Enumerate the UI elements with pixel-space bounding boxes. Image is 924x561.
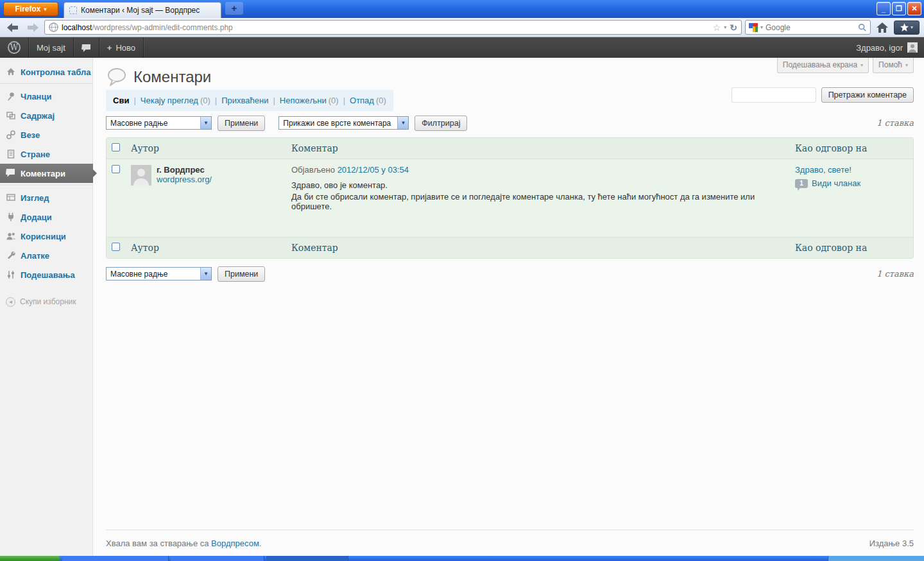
- taskbar-button[interactable]: [171, 556, 264, 561]
- comment-date-link[interactable]: 2012/12/05 у 03:54: [338, 165, 409, 175]
- home-button[interactable]: [874, 20, 891, 35]
- filter-pending[interactable]: Чекају преглед(0): [141, 96, 210, 105]
- comment-row: г. Вордпрес wordpress.org/ Објављено 201…: [107, 159, 913, 237]
- url-dropdown-caret-icon[interactable]: ▾: [724, 24, 726, 30]
- avatar-icon: [907, 42, 918, 53]
- column-author[interactable]: Аутор: [126, 237, 286, 258]
- comment-search-input[interactable]: [732, 87, 816, 103]
- column-author[interactable]: Аутор: [126, 138, 286, 159]
- sidebar-item-label: Корисници: [21, 232, 66, 241]
- posts-pin-icon: [6, 91, 16, 101]
- comment-avatar: [131, 165, 151, 186]
- comments-screen-icon: [106, 67, 128, 87]
- adminbar-new[interactable]: + Ново: [99, 37, 144, 58]
- filter-all[interactable]: Сви: [113, 96, 129, 105]
- help-label: Помоћ: [878, 60, 902, 69]
- adminbar-site-name[interactable]: Moj sajt: [29, 37, 74, 58]
- url-bar[interactable]: localhost/wordpress/wp-admin/edit-commen…: [44, 20, 742, 35]
- filter-button[interactable]: Филтрирај: [415, 116, 467, 131]
- sidebar-item-posts[interactable]: Чланци: [0, 87, 92, 106]
- filter-trash[interactable]: Отпад(0): [350, 96, 386, 105]
- in-reply-to-post-link[interactable]: Здраво, свете!: [795, 165, 851, 175]
- taskbar-button-active[interactable]: [266, 556, 348, 561]
- wp-logo-menu[interactable]: W: [0, 37, 29, 58]
- select-all-checkbox[interactable]: [112, 243, 120, 251]
- sidebar-item-plugins[interactable]: Додаци: [0, 207, 92, 227]
- plugins-icon: [6, 212, 16, 222]
- collapse-menu-label: Скупи изборник: [20, 297, 76, 306]
- comment-text-line: Здраво, ово је коментар.: [291, 180, 785, 190]
- browser-tab[interactable]: Коментари ‹ Moj sajt — Вордпрес: [64, 2, 221, 18]
- screen-options-button[interactable]: Подешавања екрана ▾: [777, 58, 869, 73]
- forward-button[interactable]: [24, 20, 41, 35]
- search-input[interactable]: [766, 23, 855, 32]
- wp-sidebar-menu: Контролна табла Чланци Садржај Везе Стра…: [0, 58, 93, 556]
- collapse-menu-button[interactable]: ◄ Скупи изборник: [0, 292, 92, 311]
- sidebar-item-label: Подешавања: [21, 270, 75, 280]
- comment-author: г. Вордпрес: [157, 165, 212, 175]
- start-button[interactable]: [0, 556, 60, 561]
- search-engine-caret-icon[interactable]: ▾: [760, 24, 763, 30]
- help-button[interactable]: Помоћ ▾: [873, 58, 914, 73]
- bookmark-star-icon[interactable]: ☆: [713, 23, 721, 32]
- column-in-reply-to[interactable]: Као одговор на: [790, 237, 913, 258]
- site-name-label: Moj sajt: [37, 43, 65, 53]
- sidebar-item-dashboard[interactable]: Контролна табла: [0, 62, 92, 82]
- magnifier-icon[interactable]: [858, 23, 867, 32]
- search-comments-button[interactable]: Претражи коментаре: [821, 87, 914, 103]
- adminbar-account[interactable]: Здраво, igor: [850, 37, 924, 58]
- comment-bubble-icon: [81, 44, 91, 52]
- sidebar-item-appearance[interactable]: Изглед: [0, 188, 92, 207]
- caret-down-icon: ▾: [905, 62, 908, 68]
- sidebar-item-label: Алатке: [21, 251, 49, 261]
- sidebar-item-media[interactable]: Садржај: [0, 106, 92, 125]
- new-tab-button[interactable]: +: [225, 2, 243, 15]
- sidebar-item-links[interactable]: Везе: [0, 125, 92, 144]
- filter-approved[interactable]: Прихваћени: [221, 96, 268, 105]
- bookmarks-button[interactable]: ▾: [894, 21, 920, 35]
- caret-down-icon: ▾: [44, 6, 47, 12]
- minimize-button[interactable]: _: [877, 2, 891, 15]
- restore-button[interactable]: ❐: [892, 2, 906, 15]
- close-button[interactable]: ✕: [907, 2, 921, 15]
- browser-search-box[interactable]: ▾: [745, 20, 871, 35]
- taskbar-button[interactable]: [62, 556, 169, 561]
- sidebar-item-users[interactable]: Корисници: [0, 227, 92, 246]
- view-post-link[interactable]: Види чланак: [812, 178, 860, 188]
- back-button[interactable]: [4, 20, 21, 35]
- bulk-actions-select-bottom[interactable]: Масовне радње ▼: [106, 267, 212, 280]
- sidebar-item-label: Додаци: [21, 212, 52, 222]
- bulk-actions-select[interactable]: Масовне радње ▼: [106, 116, 212, 130]
- wordpress-link[interactable]: Вордпресом: [211, 539, 259, 548]
- sidebar-item-label: Контролна табла: [21, 67, 90, 77]
- sidebar-item-comments[interactable]: Коментари: [0, 164, 93, 183]
- apply-button[interactable]: Примени: [218, 116, 265, 131]
- comment-author-url[interactable]: wordpress.org/: [157, 175, 212, 184]
- apply-button-bottom[interactable]: Примени: [218, 266, 265, 282]
- back-arrow-icon: [7, 23, 19, 32]
- url-host: localhost: [62, 23, 92, 32]
- filter-spam[interactable]: Непожељни(0): [280, 96, 339, 105]
- items-count: 1 ставка: [877, 118, 914, 128]
- sidebar-item-tools[interactable]: Алатке: [0, 246, 92, 265]
- row-checkbox[interactable]: [112, 165, 120, 173]
- users-icon: [6, 231, 16, 241]
- comments-icon: [6, 168, 16, 178]
- sidebar-item-settings[interactable]: Подешавања: [0, 265, 92, 284]
- sidebar-item-pages[interactable]: Стране: [0, 144, 92, 164]
- table-header-row: Аутор Коментар Као одговор на: [107, 138, 913, 159]
- tab-title: Коментари ‹ Moj sajt — Вордпрес: [81, 6, 200, 15]
- adminbar-comments[interactable]: [74, 37, 99, 58]
- reload-icon[interactable]: ↻: [730, 22, 737, 33]
- select-all-checkbox[interactable]: [112, 143, 120, 151]
- column-in-reply-to[interactable]: Као одговор на: [790, 138, 913, 159]
- wordpress-logo-icon: W: [8, 41, 21, 54]
- firefox-menu-button[interactable]: Firefox ▾: [3, 2, 58, 16]
- google-logo-icon: [749, 23, 758, 32]
- comment-type-select[interactable]: Прикажи све врсте коментара ▼: [278, 116, 409, 130]
- caret-down-icon: ▾: [860, 62, 863, 68]
- comment-count-bubble-icon[interactable]: 1: [795, 179, 808, 188]
- browser-toolbar: localhost/wordpress/wp-admin/edit-commen…: [0, 18, 924, 37]
- settings-sliders-icon: [6, 270, 16, 280]
- select-arrow-icon: ▼: [397, 117, 408, 129]
